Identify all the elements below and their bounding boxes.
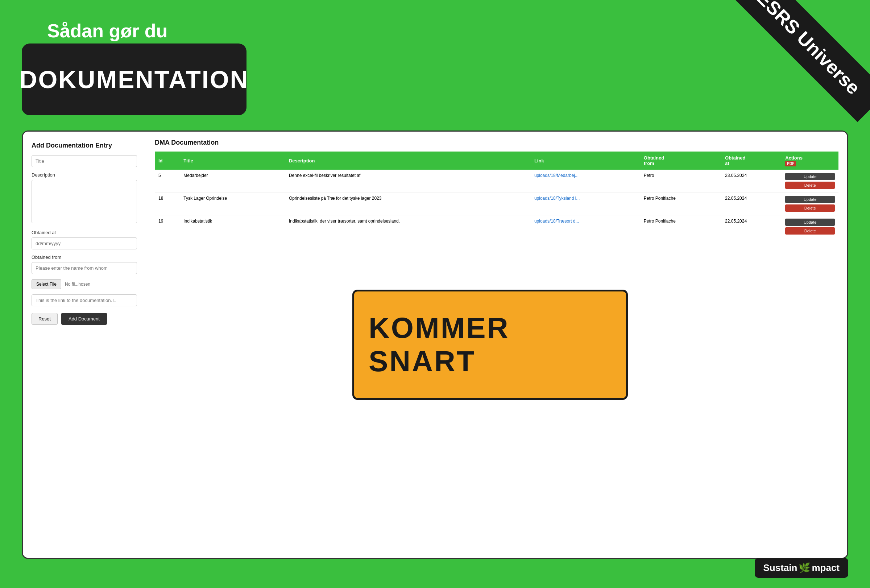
logo-text: Sustain	[763, 562, 797, 573]
kommer-snart-text: KOMMER SNART	[369, 311, 612, 378]
description-label: Description	[31, 172, 137, 178]
cell-id: 18	[155, 192, 180, 215]
col-actions: ActionsPDF	[782, 152, 839, 170]
update-button[interactable]: Update	[785, 196, 835, 203]
table-row: 18 Tysk Lager Oprindelse Oprindelseslist…	[155, 192, 839, 215]
cell-description: Denne excel-fil beskriver resultatet af	[285, 170, 531, 192]
kommer-snart-overlay: KOMMER SNART	[352, 290, 628, 400]
title-box-text: DOKUMENTATION	[19, 65, 249, 94]
col-obtained-from: Obtainedfrom	[640, 152, 721, 170]
cell-description: Oprindelsesliste på Træ for det tyske la…	[285, 192, 531, 215]
table-row: 5 Medarbejder Denne excel-fil beskriver …	[155, 170, 839, 192]
left-panel-title: Add Documentation Entry	[31, 142, 137, 149]
title-box: DOKUMENTATION	[22, 43, 246, 115]
cell-id: 5	[155, 170, 180, 192]
col-obtained-at: Obtainedat	[721, 152, 782, 170]
delete-button[interactable]: Delete	[785, 204, 835, 212]
title-input[interactable]	[31, 155, 137, 167]
cell-description: Indikabstatistik, der viser træsorter, s…	[285, 215, 531, 238]
logo-box: Sustain 🌿 mpact	[755, 558, 849, 578]
cell-link[interactable]: uploads/18/Medarbej...	[531, 170, 640, 192]
cell-obtained-at: 22.05.2024	[721, 192, 782, 215]
cell-actions: Update Delete	[782, 192, 839, 215]
logo-leaf-icon: 🌿	[798, 562, 810, 573]
cell-obtained-from: Petro Ponitiache	[640, 192, 721, 215]
cell-title: Medarbejder	[180, 170, 285, 192]
cell-link[interactable]: uploads/18/Tyksland l...	[531, 192, 640, 215]
doc-table: Id Title Description Link Obtainedfrom O…	[155, 152, 839, 238]
col-link: Link	[531, 152, 640, 170]
obtained-at-input[interactable]	[31, 237, 137, 249]
col-id: Id	[155, 152, 180, 170]
select-file-button[interactable]: Select File	[31, 279, 61, 289]
ui-container: Add Documentation Entry Description Obta…	[22, 131, 848, 559]
logo-text2: mpact	[812, 562, 840, 573]
cell-obtained-from: Petro	[640, 170, 721, 192]
obtained-at-label: Obtained at	[31, 230, 137, 235]
table-row: 19 Indikabstatistik Indikabstatistik, de…	[155, 215, 839, 238]
description-textarea[interactable]	[31, 180, 137, 223]
cell-obtained-at: 22.05.2024	[721, 215, 782, 238]
file-row: Select File No fil...hosen	[31, 279, 137, 289]
update-button[interactable]: Update	[785, 173, 835, 180]
cell-actions: Update Delete	[782, 170, 839, 192]
cell-id: 19	[155, 215, 180, 238]
col-title: Title	[180, 152, 285, 170]
file-name: No fil...hosen	[65, 282, 90, 287]
delete-button[interactable]: Delete	[785, 182, 835, 189]
col-description: Description	[285, 152, 531, 170]
reset-button[interactable]: Reset	[31, 313, 58, 325]
corner-banner-text: ESRS Universe	[729, 0, 870, 122]
delete-button[interactable]: Delete	[785, 227, 835, 235]
link-input[interactable]	[31, 294, 137, 306]
update-button[interactable]: Update	[785, 219, 835, 226]
obtained-from-input[interactable]	[31, 262, 137, 274]
obtained-from-label: Obtained from	[31, 255, 137, 260]
cell-obtained-at: 23.05.2024	[721, 170, 782, 192]
cell-actions: Update Delete	[782, 215, 839, 238]
table-header-row: Id Title Description Link Obtainedfrom O…	[155, 152, 839, 170]
cell-title: Indikabstatistik	[180, 215, 285, 238]
cell-obtained-from: Petro Ponitiache	[640, 215, 721, 238]
add-document-button[interactable]: Add Document	[61, 313, 107, 325]
ui-inner: Add Documentation Entry Description Obta…	[23, 132, 847, 558]
header-label: Sådan gør du	[47, 20, 167, 42]
corner-banner: ESRS Universe	[718, 0, 870, 152]
cell-link[interactable]: uploads/18/Træsort d...	[531, 215, 640, 238]
cell-title: Tysk Lager Oprindelse	[180, 192, 285, 215]
button-row: Reset Add Document	[31, 313, 137, 325]
left-panel: Add Documentation Entry Description Obta…	[23, 132, 146, 558]
